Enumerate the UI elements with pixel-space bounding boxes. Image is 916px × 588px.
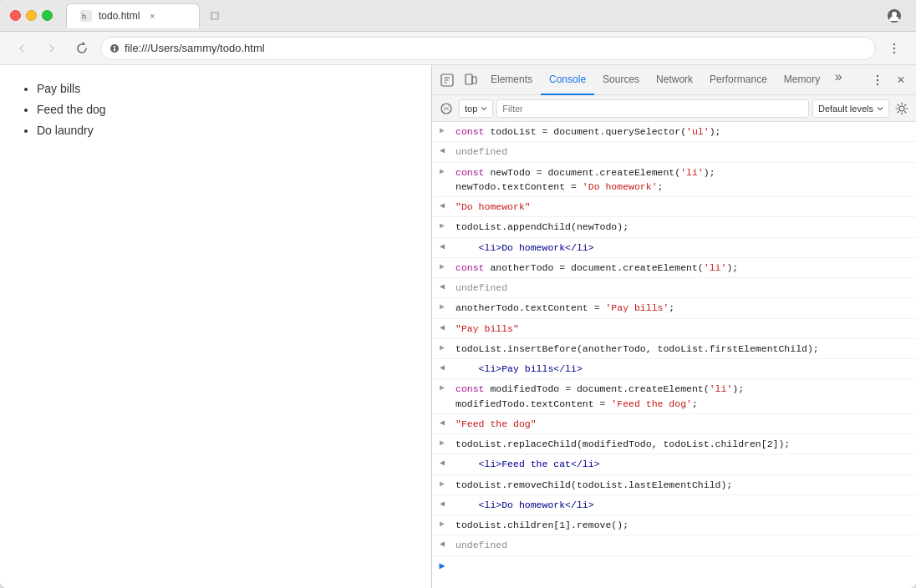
console-text: todoList.appendChild(newTodo); <box>452 219 916 235</box>
console-gutter: ▶ <box>432 381 452 393</box>
devtools-menu-button[interactable] <box>868 68 888 92</box>
devtools-close-button[interactable]: × <box>889 68 913 92</box>
console-line: ◀ undefined <box>432 278 916 298</box>
console-line: ▶ const anotherTodo = document.createEle… <box>432 258 916 278</box>
traffic-lights <box>10 10 53 21</box>
console-gutter: ◀ <box>432 537 452 549</box>
console-line: ▶ todoList.removeChild(todoList.lastElem… <box>432 475 916 495</box>
console-gutter: ▶ <box>432 341 452 352</box>
tab-memory[interactable]: Memory <box>776 65 828 95</box>
svg-point-6 <box>893 51 895 53</box>
console-gutter: ◀ <box>432 240 452 251</box>
console-input-line[interactable]: ▶ <box>432 556 916 575</box>
tab-bar: h todo.html × <box>66 3 869 28</box>
console-output[interactable]: ▶ const todoList = document.querySelecto… <box>432 122 916 588</box>
address-bar[interactable]: file:///Users/sammy/todo.html <box>100 37 876 60</box>
svg-text:h: h <box>82 13 86 21</box>
console-line: ▶ todoList.children[1].remove(); <box>432 515 916 535</box>
more-tabs-button[interactable]: » <box>828 65 848 89</box>
browser-tab[interactable]: h todo.html × <box>66 3 200 28</box>
console-clear-button[interactable] <box>437 99 455 118</box>
console-gutter: ◀ <box>432 456 452 468</box>
todo-item-2: Feed the dog <box>37 99 415 120</box>
console-gutter: ◀ <box>432 416 452 428</box>
console-line: ◀ <li>Pay bills</li> <box>432 359 916 379</box>
browser-menu-button[interactable] <box>883 37 906 60</box>
console-line: ▶ todoList.replaceChild(modifiedTodo, to… <box>432 434 916 454</box>
console-filter-input[interactable] <box>496 99 809 118</box>
devtools-panel: Elements Console Sources Network Perform… <box>431 65 916 588</box>
browser-window: h todo.html × file:///Users/sammy/todo.h… <box>0 0 916 588</box>
nav-bar: file:///Users/sammy/todo.html <box>0 32 916 65</box>
svg-rect-8 <box>466 74 472 84</box>
reload-button[interactable] <box>70 37 94 60</box>
console-top-dropdown[interactable]: top <box>459 99 493 118</box>
tab-sources[interactable]: Sources <box>594 65 648 95</box>
close-window-button[interactable] <box>10 10 21 21</box>
console-line: ◀ undefined <box>432 142 916 162</box>
address-text: file:///Users/sammy/todo.html <box>125 42 265 54</box>
svg-point-4 <box>893 43 895 44</box>
console-line: ▶ anotherTodo.textContent = 'Pay bills'; <box>432 298 916 318</box>
console-text: undefined <box>452 537 916 553</box>
inspect-element-button[interactable] <box>435 68 459 92</box>
svg-rect-9 <box>472 77 476 84</box>
console-text: "Feed the dog" <box>452 416 916 432</box>
todo-list: Pay bills Feed the dog Do laundry <box>17 79 415 142</box>
console-text: todoList.replaceChild(modifiedTodo, todo… <box>452 436 916 452</box>
new-tab-button[interactable] <box>203 4 226 28</box>
maximize-window-button[interactable] <box>42 10 53 21</box>
console-line: ◀ <li>Feed the cat</li> <box>432 454 916 474</box>
devtools-actions: × <box>868 68 913 92</box>
console-text: "Pay bills" <box>452 321 916 337</box>
console-input[interactable] <box>452 560 916 571</box>
todo-item-1: Pay bills <box>37 79 415 99</box>
console-text: <li>Feed the cat</li> <box>452 456 916 472</box>
svg-point-12 <box>877 83 878 84</box>
console-text: todoList.children[1].remove(); <box>452 517 916 533</box>
console-line: ◀ <li>Do homework</li> <box>432 238 916 258</box>
console-text: undefined <box>452 144 916 160</box>
tab-favicon: h <box>80 10 92 22</box>
console-gutter: ◀ <box>432 280 452 291</box>
console-gutter: ◀ <box>432 497 452 509</box>
page-content: Pay bills Feed the dog Do laundry <box>0 65 431 588</box>
todo-item-3: Do laundry <box>37 120 415 141</box>
console-line: ▶ todoList.appendChild(newTodo); <box>432 217 916 237</box>
profile-button[interactable] <box>883 4 906 28</box>
tab-close-button[interactable]: × <box>146 10 158 22</box>
console-gutter: ◀ <box>432 321 452 332</box>
forward-button[interactable] <box>40 37 64 60</box>
console-gutter: ▶ <box>432 219 452 231</box>
console-settings-button[interactable] <box>893 99 911 118</box>
title-bar: h todo.html × <box>0 0 916 32</box>
console-line: ◀ "Feed the dog" <box>432 414 916 434</box>
back-button[interactable] <box>10 37 33 60</box>
svg-point-10 <box>877 74 878 76</box>
tab-console[interactable]: Console <box>541 65 594 95</box>
console-text: todoList.insertBefore(anotherTodo, todoL… <box>452 341 916 357</box>
console-gutter: ◀ <box>432 361 452 373</box>
console-levels-dropdown[interactable]: Default levels <box>812 99 889 118</box>
console-prompt: ▶ <box>432 560 452 572</box>
tab-elements[interactable]: Elements <box>482 65 541 95</box>
console-text: <li>Do homework</li> <box>452 240 916 256</box>
console-text: <li>Do homework</li> <box>452 497 916 513</box>
svg-point-11 <box>877 79 878 80</box>
tab-network[interactable]: Network <box>648 65 701 95</box>
console-text: const todoList = document.querySelector(… <box>452 124 916 139</box>
console-line: ◀ "Pay bills" <box>432 319 916 339</box>
device-toolbar-button[interactable] <box>459 68 482 92</box>
console-text: todoList.removeChild(todoList.lastElemen… <box>452 477 916 493</box>
tab-title: todo.html <box>99 10 140 22</box>
content-area: Pay bills Feed the dog Do laundry Elemen… <box>0 65 916 588</box>
devtools-tabs: Elements Console Sources Network Perform… <box>482 65 868 95</box>
tab-performance[interactable]: Performance <box>701 65 776 95</box>
console-line: ▶ const newTodo = document.createElement… <box>432 163 916 198</box>
console-text: const newTodo = document.createElement('… <box>452 165 916 195</box>
console-line: ▶ const todoList = document.querySelecto… <box>432 122 916 142</box>
console-gutter: ▶ <box>432 165 452 176</box>
console-text: anotherTodo.textContent = 'Pay bills'; <box>452 300 916 316</box>
devtools-toolbar: Elements Console Sources Network Perform… <box>432 65 916 95</box>
minimize-window-button[interactable] <box>26 10 37 21</box>
